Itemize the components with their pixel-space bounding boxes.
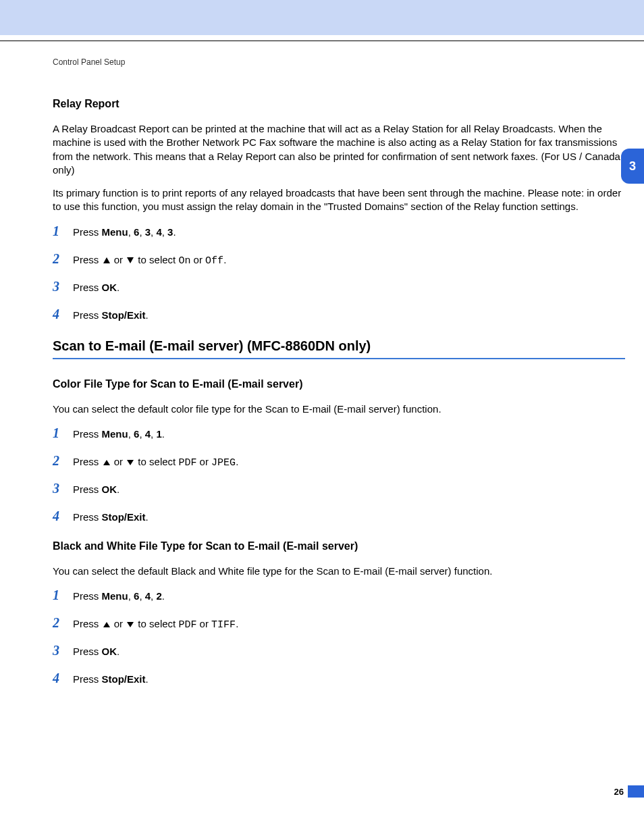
bw-file-type-heading: Black and White File Type for Scan to E-… (53, 540, 625, 552)
arrow-down-icon (127, 622, 134, 627)
doc-header: Control Panel Setup (53, 57, 625, 67)
step-number-3: 3 (53, 481, 73, 496)
top-stripe (0, 0, 644, 35)
step-number-4: 4 (53, 307, 73, 322)
arrow-up-icon (103, 257, 110, 263)
step-number-1: 1 (53, 425, 73, 441)
color-file-type-para: You can select the default color file ty… (53, 402, 625, 416)
color-step-2: 2 Press or to select PDF or JPEG. (53, 453, 625, 469)
step-number-2: 2 (53, 251, 73, 267)
page-number-bar (628, 785, 644, 798)
relay-para-2: Its primary function is to print reports… (53, 186, 625, 214)
relay-step-4-text: Press Stop/Exit. (73, 309, 149, 321)
step-number-1: 1 (53, 224, 73, 239)
arrow-down-icon (127, 460, 134, 465)
step-number-4: 4 (53, 509, 73, 524)
color-step-1-text: Press Menu, 6, 4, 1. (73, 428, 165, 440)
chapter-tab: 3 (621, 149, 644, 184)
arrow-down-icon (127, 257, 134, 263)
relay-step-3-text: Press OK. (73, 282, 119, 293)
bw-step-2: 2 Press or to select PDF or TIFF. (53, 615, 625, 631)
bw-step-3: 3 Press OK. (53, 643, 625, 658)
page-number-box: 26 (614, 785, 644, 798)
relay-steps: 1 Press Menu, 6, 3, 4, 3. 2 Press or to … (53, 224, 625, 322)
arrow-up-icon (103, 622, 110, 627)
relay-step-3: 3 Press OK. (53, 279, 625, 294)
bw-step-1: 1 Press Menu, 6, 4, 2. (53, 588, 625, 603)
color-file-type-heading: Color File Type for Scan to E-mail (E-ma… (53, 378, 625, 390)
bw-steps: 1 Press Menu, 6, 4, 2. 2 Press or to sel… (53, 588, 625, 686)
section-underline (53, 358, 625, 359)
step-number-4: 4 (53, 671, 73, 686)
step-number-2: 2 (53, 615, 73, 631)
page-content: Control Panel Setup Relay Report A Relay… (0, 41, 644, 686)
relay-report-heading: Relay Report (53, 98, 625, 110)
relay-step-1: 1 Press Menu, 6, 3, 4, 3. (53, 224, 625, 239)
color-step-4: 4 Press Stop/Exit. (53, 509, 625, 524)
color-step-2-text: Press or to select PDF or JPEG. (73, 456, 238, 469)
color-steps: 1 Press Menu, 6, 4, 1. 2 Press or to sel… (53, 425, 625, 524)
bw-step-2-text: Press or to select PDF or TIFF. (73, 618, 238, 631)
color-step-3-text: Press OK. (73, 484, 119, 495)
relay-para-1: A Relay Broadcast Report can be printed … (53, 122, 625, 177)
scan-to-email-heading: Scan to E-mail (E-mail server) (MFC-8860… (53, 338, 625, 354)
bw-step-3-text: Press OK. (73, 646, 119, 657)
page-number: 26 (614, 787, 624, 797)
relay-step-4: 4 Press Stop/Exit. (53, 307, 625, 322)
relay-step-1-text: Press Menu, 6, 3, 4, 3. (73, 226, 176, 238)
relay-step-2-text: Press or to select On or Off. (73, 254, 226, 267)
bw-step-1-text: Press Menu, 6, 4, 2. (73, 590, 165, 602)
bw-step-4: 4 Press Stop/Exit. (53, 671, 625, 686)
arrow-up-icon (103, 460, 110, 465)
relay-step-2: 2 Press or to select On or Off. (53, 251, 625, 267)
step-number-3: 3 (53, 643, 73, 658)
bw-file-type-para: You can select the default Black and Whi… (53, 565, 625, 578)
color-step-4-text: Press Stop/Exit. (73, 511, 149, 523)
step-number-2: 2 (53, 453, 73, 469)
color-step-1: 1 Press Menu, 6, 4, 1. (53, 425, 625, 441)
bw-step-4-text: Press Stop/Exit. (73, 673, 149, 685)
step-number-1: 1 (53, 588, 73, 603)
step-number-3: 3 (53, 279, 73, 294)
color-step-3: 3 Press OK. (53, 481, 625, 496)
